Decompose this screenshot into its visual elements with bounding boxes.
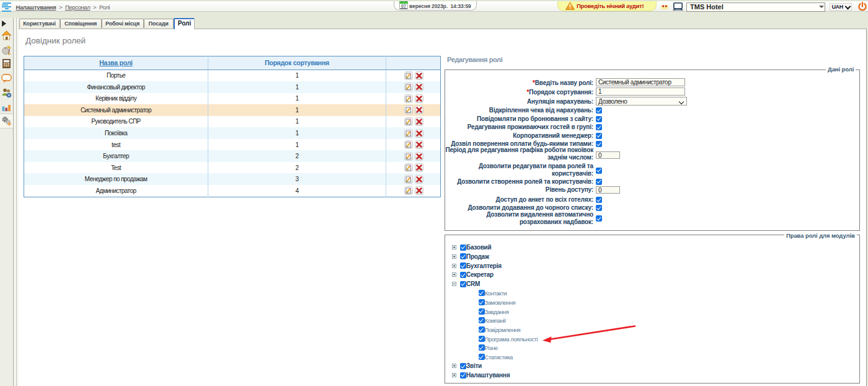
svg-text:07: 07 [401,3,406,9]
svg-text:...: ... [5,76,8,80]
